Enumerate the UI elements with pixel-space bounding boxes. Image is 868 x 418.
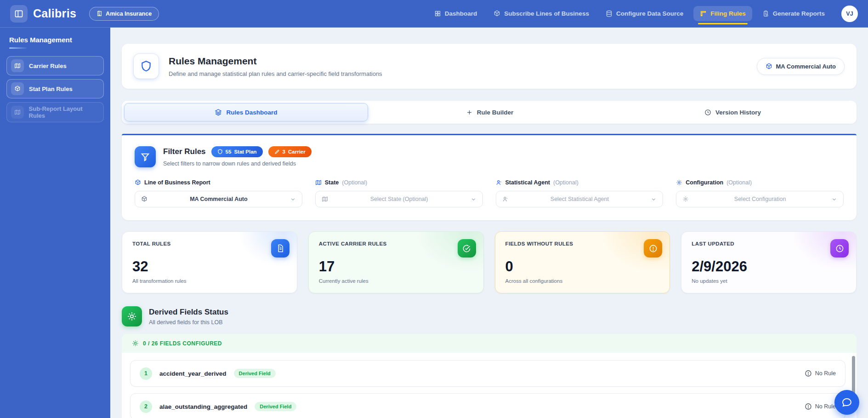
filter-field-statistical-agent: Statistical Agent (Optional) Select Stat… (496, 179, 664, 207)
fields-configured-status: 0 / 26 FIELDS CONFIGURED (122, 334, 857, 353)
chevron-down-icon (471, 196, 477, 202)
nav-item-subscribe-lob[interactable]: Subscribe Lines of Business (487, 6, 596, 21)
top-navbar: Calibris Amica Insurance Dashboard Subsc… (0, 0, 868, 28)
carrier-count-badge: 3 Carrier (268, 146, 312, 157)
rule-status: No Rule (805, 403, 836, 410)
layers-icon (215, 109, 222, 116)
sidebar: Rules Management Carrier Rules Stat Plan… (0, 28, 110, 418)
field-row-accident-year-derived[interactable]: 1 accident_year_derived Derived Field No… (130, 360, 845, 387)
tab-bar: Rules Dashboard Rule Builder Version His… (122, 101, 857, 124)
tab-rules-dashboard[interactable]: Rules Dashboard (124, 103, 368, 121)
document-icon (271, 239, 289, 258)
map-icon (11, 106, 24, 119)
stat-plan-count-badge: 55 Stat Plan (211, 146, 263, 157)
nav-item-dashboard[interactable]: Dashboard (428, 6, 484, 21)
lob-badge[interactable]: MA Commercial Auto (757, 58, 845, 75)
clock-icon (830, 239, 849, 258)
chevron-down-icon (290, 196, 296, 202)
gear-icon (682, 196, 689, 202)
chevron-down-icon (651, 196, 657, 202)
brand-name: Calibris (33, 7, 76, 20)
rule-status: No Rule (805, 370, 836, 377)
page-title: Rules Management (169, 56, 382, 67)
stat-card-fields-without-rules: FIELDS WITHOUT RULES 0 Across all config… (495, 231, 670, 293)
gear-icon (676, 179, 682, 186)
page-header-card: Rules Management Define and manage stati… (122, 44, 857, 89)
nav-item-generate-reports[interactable]: Generate Reports (756, 6, 831, 21)
plus-icon (466, 109, 473, 116)
derived-fields-header-text: Derived Fields Status All derived fields… (149, 308, 228, 326)
map-icon (322, 196, 328, 202)
cube-icon (11, 82, 24, 95)
derived-field-badge: Derived Field (255, 402, 296, 411)
derived-fields-panel: 0 / 26 FIELDS CONFIGURED 1 accident_year… (122, 334, 857, 418)
funnel-icon (135, 146, 156, 167)
company-name: Amica Insurance (106, 11, 152, 17)
chat-button[interactable] (834, 390, 859, 415)
field-name: accident_year_derived (159, 370, 227, 377)
chevron-down-icon (831, 196, 837, 202)
nav-item-configure-data-source[interactable]: Configure Data Source (599, 6, 690, 21)
stats-row: TOTAL RULES 32 All transformation rules … (122, 231, 857, 293)
company-badge[interactable]: Amica Insurance (89, 7, 159, 21)
row-number: 2 (140, 401, 152, 413)
cube-icon (766, 63, 772, 70)
derived-fields-header: Derived Fields Status All derived fields… (122, 306, 857, 326)
page-subtitle: Define and manage statistical plan rules… (169, 70, 382, 77)
alert-circle-icon (644, 239, 662, 258)
state-select[interactable]: Select State (Optional) (315, 191, 483, 207)
cube-icon (494, 10, 500, 17)
derived-fields-list: 1 accident_year_derived Derived Field No… (122, 353, 857, 418)
lob-select[interactable]: MA Commercial Auto (135, 191, 302, 207)
sidebar-title-accent (9, 47, 27, 49)
filter-title: Filter Rules (163, 147, 206, 156)
database-icon (606, 10, 613, 17)
page-header-text: Rules Management Define and manage stati… (169, 56, 382, 77)
tab-version-history[interactable]: Version History (611, 103, 854, 121)
map-icon (11, 59, 24, 72)
sidebar-item-sub-report-layout-rules[interactable]: Sub-Report Layout Rules (6, 102, 104, 122)
user-avatar[interactable]: VJ (841, 6, 858, 22)
shield-icon (217, 149, 223, 155)
check-circle-icon (458, 239, 476, 258)
pencil-icon (274, 149, 280, 155)
nav-menu: Dashboard Subscribe Lines of Business Co… (428, 6, 831, 21)
sidebar-toggle-icon[interactable] (10, 5, 28, 23)
derived-fields-subtitle: All derived fields for this LOB (149, 319, 228, 326)
sidebar-title: Rules Management (6, 36, 104, 44)
sidebar-item-carrier-rules[interactable]: Carrier Rules (6, 56, 104, 75)
gear-icon (132, 340, 139, 347)
filter-fields: Line of Business Report MA Commercial Au… (135, 179, 844, 207)
filter-field-lob: Line of Business Report MA Commercial Au… (135, 179, 302, 207)
clock-icon (704, 109, 711, 116)
cube-icon (141, 196, 148, 202)
field-name: alae_outstanding_aggregated (159, 403, 247, 410)
building-icon (96, 11, 102, 17)
stat-card-active-carrier-rules: ACTIVE CARRIER RULES 17 Currently active… (308, 231, 484, 293)
filter-field-configuration: Configuration (Optional) Select Configur… (676, 179, 844, 207)
nav-item-filing-rules[interactable]: Filing Rules (693, 6, 752, 21)
configuration-select[interactable]: Select Configuration (676, 191, 844, 207)
filter-field-state: State (Optional) Select State (Optional) (315, 179, 483, 207)
map-icon (315, 179, 322, 186)
chat-bubble-icon (841, 397, 852, 408)
sidebar-item-stat-plan-rules[interactable]: Stat Plan Rules (6, 79, 104, 98)
info-circle-icon (805, 403, 812, 410)
row-number: 1 (140, 367, 152, 380)
tab-rule-builder[interactable]: Rule Builder (368, 103, 611, 121)
stat-card-last-updated: LAST UPDATED 2/9/2026 No updates yet (681, 231, 857, 293)
gear-icon (122, 306, 142, 326)
users-icon (496, 179, 502, 186)
field-row-alae-outstanding-aggregated[interactable]: 2 alae_outstanding_aggregated Derived Fi… (130, 393, 845, 418)
stat-card-total-rules: TOTAL RULES 32 All transformation rules (122, 231, 297, 293)
brand-logo: Calibris Amica Insurance (10, 5, 159, 23)
shield-icon (134, 54, 159, 79)
filter-head-text: Filter Rules 55 Stat Plan 3 Carrier Sele… (163, 146, 312, 167)
statistical-agent-select[interactable]: Select Statistical Agent (496, 191, 664, 207)
users-icon (502, 196, 509, 202)
ruler-icon (700, 10, 707, 17)
main-content: Rules Management Define and manage stati… (110, 28, 868, 418)
filter-rules-card: Filter Rules 55 Stat Plan 3 Carrier Sele… (122, 134, 857, 220)
cube-icon (135, 179, 141, 186)
report-icon (762, 10, 769, 17)
